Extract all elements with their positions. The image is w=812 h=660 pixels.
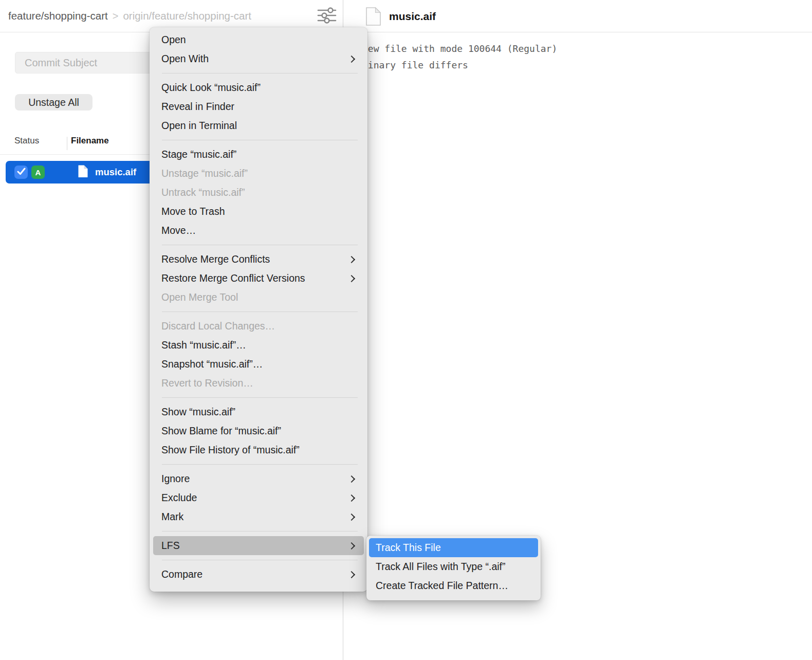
menu-item-label: Ignore [161,473,190,485]
menu-item-show[interactable]: Show “music.aif” [150,402,367,421]
menu-item-untrack: Untrack “music.aif” [150,183,367,202]
menu-item-label: Move… [161,225,196,236]
document-icon [78,164,88,180]
menu-item-reveal-in-finder[interactable]: Reveal in Finder [150,97,367,116]
breadcrumb-branch[interactable]: feature/shopping-cart [8,10,108,22]
breadcrumb-separator: > [113,10,119,22]
menu-item-unstage: Unstage “music.aif” [150,164,367,183]
menu-item-label: Mark [161,511,183,523]
submenu-item-label: Create Tracked File Pattern… [376,580,508,592]
menu-item-quick-look[interactable]: Quick Look “music.aif” [150,78,367,97]
menu-item-label: Exclude [161,492,197,504]
submenu-item-track-all-files[interactable]: Track All Files with Type “.aif” [366,557,541,576]
menu-separator [162,140,358,140]
filter-options-button[interactable] [316,6,338,26]
sliders-icon [317,7,337,26]
status-badge-added: A [31,166,45,179]
menu-item-open-in-terminal[interactable]: Open in Terminal [150,116,367,135]
menu-item-label: Resolve Merge Conflicts [161,253,270,265]
menu-item-label: Compare [161,569,202,580]
submenu-item-label: Track All Files with Type “.aif” [376,561,505,573]
menu-item-label: LFS [161,540,180,552]
menu-item-lfs[interactable]: LFS [153,536,364,555]
menu-separator [162,73,358,74]
submenu-chevron-icon [348,274,355,282]
lfs-submenu: Track This File Track All Files with Typ… [366,536,541,600]
menu-item-label: Move to Trash [161,206,225,217]
menu-item-label: Stash “music.aif”… [161,339,246,351]
menu-item-ignore[interactable]: Ignore [150,469,367,488]
menu-item-open-with[interactable]: Open With [150,49,367,68]
menu-separator [162,397,358,398]
diff-line-binary: binary file differs [362,57,557,74]
menu-item-label: Show “music.aif” [161,406,235,418]
menu-item-label: Quick Look “music.aif” [161,82,261,94]
menu-item-label: Discard Local Changes… [161,320,275,332]
detail-document-icon [365,7,381,28]
menu-item-discard-local-changes: Discard Local Changes… [150,317,367,336]
submenu-chevron-icon [348,55,355,62]
submenu-chevron-icon [348,513,355,520]
menu-item-label: Revert to Revision… [161,377,253,389]
menu-item-move-to-trash[interactable]: Move to Trash [150,202,367,221]
menu-item-label: Snapshot “music.aif”… [161,358,263,370]
menu-item-label: Show Blame for “music.aif” [161,425,281,437]
menu-item-exclude[interactable]: Exclude [150,488,367,507]
column-divider[interactable] [67,137,67,150]
diff-line-mode: new file with mode 100644 (Regular) [362,41,557,57]
menu-item-show-blame[interactable]: Show Blame for “music.aif” [150,421,367,441]
menu-item-revert-to-revision: Revert to Revision… [150,374,367,393]
submenu-chevron-icon [348,475,355,482]
menu-item-show-file-history[interactable]: Show File History of “music.aif” [150,441,367,460]
menu-item-label: Open With [161,53,209,65]
breadcrumb-remote[interactable]: origin/feature/shopping-cart [123,10,251,22]
menu-item-stage[interactable]: Stage “music.aif” [150,145,367,164]
menu-item-label: Stage “music.aif” [161,149,236,160]
submenu-item-label: Track This File [376,542,441,554]
menu-separator [162,531,358,531]
menu-item-open-merge-tool: Open Merge Tool [150,288,367,307]
menu-item-label: Restore Merge Conflict Versions [161,272,305,284]
submenu-chevron-icon [348,255,355,263]
detail-file-title: music.aif [389,10,436,23]
submenu-item-create-tracked-file-pattern[interactable]: Create Tracked File Pattern… [366,576,541,595]
column-header-status[interactable]: Status [14,136,39,146]
staged-checkbox[interactable] [14,166,28,179]
menu-item-label: Open in Terminal [161,120,237,132]
menu-item-stash[interactable]: Stash “music.aif”… [150,336,367,355]
submenu-chevron-icon [348,571,355,578]
menu-item-restore-merge-conflict-versions[interactable]: Restore Merge Conflict Versions [150,269,367,288]
menu-item-label: Open [161,34,186,46]
right-header-divider [343,32,812,32]
submenu-chevron-icon [348,494,355,501]
menu-item-move[interactable]: Move… [150,221,367,240]
menu-separator [162,245,358,245]
submenu-item-track-this-file[interactable]: Track This File [369,538,538,557]
menu-item-label: Open Merge Tool [161,291,238,303]
menu-item-label: Show File History of “music.aif” [161,444,300,456]
context-menu: Open Open With Quick Look “music.aif” Re… [150,27,367,592]
checkmark-icon [17,168,26,177]
menu-item-resolve-merge-conflicts[interactable]: Resolve Merge Conflicts [150,250,367,269]
menu-item-snapshot[interactable]: Snapshot “music.aif”… [150,355,367,374]
menu-item-label: Unstage “music.aif” [161,168,248,179]
menu-separator [162,560,358,560]
submenu-chevron-icon [348,542,355,549]
column-header-filename[interactable]: Filename [71,136,109,146]
menu-separator [162,464,358,465]
menu-item-compare[interactable]: Compare [150,565,367,584]
file-row-filename: music.aif [95,167,136,178]
unstage-all-button[interactable]: Unstage All [15,94,93,111]
menu-separator [162,311,358,312]
menu-item-label: Untrack “music.aif” [161,187,245,198]
diff-text-block: new file with mode 100644 (Regular) bina… [362,41,557,74]
menu-item-label: Reveal in Finder [161,101,234,113]
menu-item-open[interactable]: Open [150,30,367,49]
menu-item-mark[interactable]: Mark [150,507,367,526]
